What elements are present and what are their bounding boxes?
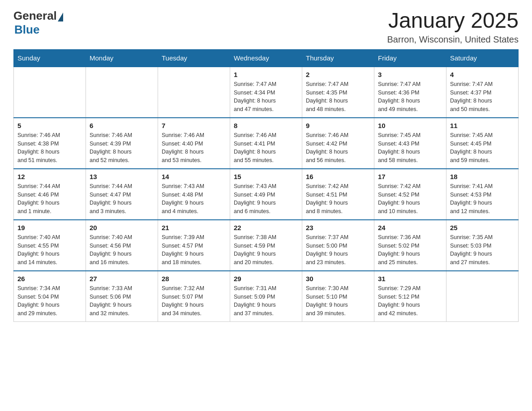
day-number: 26 <box>17 275 82 283</box>
calendar-cell: 24Sunrise: 7:36 AM Sunset: 5:02 PM Dayli… <box>374 220 446 271</box>
day-number: 28 <box>162 275 226 283</box>
day-number: 18 <box>450 173 515 180</box>
calendar-cell: 18Sunrise: 7:41 AM Sunset: 4:53 PM Dayli… <box>446 169 519 220</box>
calendar-cell: 12Sunrise: 7:44 AM Sunset: 4:46 PM Dayli… <box>14 169 86 220</box>
page-header: General Blue January 2025 Barron, Wiscon… <box>13 9 519 45</box>
day-info: Sunrise: 7:42 AM Sunset: 4:51 PM Dayligh… <box>306 182 370 216</box>
calendar-cell: 14Sunrise: 7:43 AM Sunset: 4:48 PM Dayli… <box>158 169 230 220</box>
day-number: 7 <box>162 122 226 129</box>
calendar-cell: 11Sunrise: 7:45 AM Sunset: 4:45 PM Dayli… <box>446 118 519 169</box>
calendar-cell: 17Sunrise: 7:42 AM Sunset: 4:52 PM Dayli… <box>374 169 446 220</box>
calendar-cell: 7Sunrise: 7:46 AM Sunset: 4:40 PM Daylig… <box>158 118 230 169</box>
location-subtitle: Barron, Wisconsin, United States <box>387 34 519 45</box>
day-info: Sunrise: 7:40 AM Sunset: 4:55 PM Dayligh… <box>17 233 82 267</box>
calendar-cell: 30Sunrise: 7:30 AM Sunset: 5:10 PM Dayli… <box>302 271 374 322</box>
weekday-header-sunday: Sunday <box>14 49 86 67</box>
calendar-table: SundayMondayTuesdayWednesdayThursdayFrid… <box>13 49 519 322</box>
calendar-cell: 29Sunrise: 7:31 AM Sunset: 5:09 PM Dayli… <box>230 271 302 322</box>
week-row-2: 5Sunrise: 7:46 AM Sunset: 4:38 PM Daylig… <box>14 118 519 169</box>
calendar-cell: 3Sunrise: 7:47 AM Sunset: 4:36 PM Daylig… <box>374 67 446 118</box>
calendar-cell: 31Sunrise: 7:29 AM Sunset: 5:12 PM Dayli… <box>374 271 446 322</box>
day-info: Sunrise: 7:46 AM Sunset: 4:41 PM Dayligh… <box>234 131 298 165</box>
day-info: Sunrise: 7:44 AM Sunset: 4:47 PM Dayligh… <box>90 182 154 216</box>
day-number: 5 <box>17 122 82 129</box>
calendar-cell <box>86 67 158 118</box>
calendar-cell <box>158 67 230 118</box>
week-row-5: 26Sunrise: 7:34 AM Sunset: 5:04 PM Dayli… <box>14 271 519 322</box>
week-row-4: 19Sunrise: 7:40 AM Sunset: 4:55 PM Dayli… <box>14 220 519 271</box>
calendar-cell: 23Sunrise: 7:37 AM Sunset: 5:00 PM Dayli… <box>302 220 374 271</box>
day-number: 1 <box>234 71 298 78</box>
calendar-cell: 10Sunrise: 7:45 AM Sunset: 4:43 PM Dayli… <box>374 118 446 169</box>
weekday-header-thursday: Thursday <box>302 49 374 67</box>
weekday-header-tuesday: Tuesday <box>158 49 230 67</box>
day-number: 6 <box>90 122 154 129</box>
logo: General Blue <box>13 9 63 37</box>
calendar-cell: 16Sunrise: 7:42 AM Sunset: 4:51 PM Dayli… <box>302 169 374 220</box>
day-info: Sunrise: 7:36 AM Sunset: 5:02 PM Dayligh… <box>378 233 442 267</box>
calendar-cell: 22Sunrise: 7:38 AM Sunset: 4:59 PM Dayli… <box>230 220 302 271</box>
calendar-cell <box>446 271 519 322</box>
day-number: 24 <box>378 224 442 231</box>
day-info: Sunrise: 7:41 AM Sunset: 4:53 PM Dayligh… <box>450 182 515 216</box>
week-row-3: 12Sunrise: 7:44 AM Sunset: 4:46 PM Dayli… <box>14 169 519 220</box>
day-number: 20 <box>90 224 154 231</box>
calendar-cell: 4Sunrise: 7:47 AM Sunset: 4:37 PM Daylig… <box>446 67 519 118</box>
calendar-cell: 13Sunrise: 7:44 AM Sunset: 4:47 PM Dayli… <box>86 169 158 220</box>
calendar-cell: 15Sunrise: 7:43 AM Sunset: 4:49 PM Dayli… <box>230 169 302 220</box>
calendar-cell: 9Sunrise: 7:46 AM Sunset: 4:42 PM Daylig… <box>302 118 374 169</box>
day-number: 4 <box>450 71 515 78</box>
day-number: 17 <box>378 173 442 180</box>
day-info: Sunrise: 7:46 AM Sunset: 4:40 PM Dayligh… <box>162 131 226 165</box>
weekday-header-friday: Friday <box>374 49 446 67</box>
day-number: 25 <box>450 224 515 231</box>
day-number: 19 <box>17 224 82 231</box>
calendar-cell: 21Sunrise: 7:39 AM Sunset: 4:57 PM Dayli… <box>158 220 230 271</box>
calendar-cell: 1Sunrise: 7:47 AM Sunset: 4:34 PM Daylig… <box>230 67 302 118</box>
day-number: 16 <box>306 173 370 180</box>
day-number: 11 <box>450 122 515 129</box>
day-info: Sunrise: 7:47 AM Sunset: 4:34 PM Dayligh… <box>234 80 298 114</box>
day-number: 27 <box>90 275 154 283</box>
calendar-cell: 26Sunrise: 7:34 AM Sunset: 5:04 PM Dayli… <box>14 271 86 322</box>
day-info: Sunrise: 7:45 AM Sunset: 4:43 PM Dayligh… <box>378 131 442 165</box>
logo-blue-text: Blue <box>14 23 39 37</box>
calendar-cell: 27Sunrise: 7:33 AM Sunset: 5:06 PM Dayli… <box>86 271 158 322</box>
day-info: Sunrise: 7:37 AM Sunset: 5:00 PM Dayligh… <box>306 233 370 267</box>
day-number: 23 <box>306 224 370 231</box>
weekday-header-monday: Monday <box>86 49 158 67</box>
weekday-header-row: SundayMondayTuesdayWednesdayThursdayFrid… <box>14 49 519 67</box>
day-info: Sunrise: 7:47 AM Sunset: 4:36 PM Dayligh… <box>378 80 442 114</box>
logo-general-text: General <box>13 9 57 23</box>
day-number: 21 <box>162 224 226 231</box>
week-row-1: 1Sunrise: 7:47 AM Sunset: 4:34 PM Daylig… <box>14 67 519 118</box>
day-info: Sunrise: 7:39 AM Sunset: 4:57 PM Dayligh… <box>162 233 226 267</box>
day-info: Sunrise: 7:34 AM Sunset: 5:04 PM Dayligh… <box>17 284 82 318</box>
calendar-cell: 25Sunrise: 7:35 AM Sunset: 5:03 PM Dayli… <box>446 220 519 271</box>
day-number: 3 <box>378 71 442 78</box>
day-info: Sunrise: 7:44 AM Sunset: 4:46 PM Dayligh… <box>17 182 82 216</box>
day-number: 14 <box>162 173 226 180</box>
day-info: Sunrise: 7:42 AM Sunset: 4:52 PM Dayligh… <box>378 182 442 216</box>
title-section: January 2025 Barron, Wisconsin, United S… <box>387 9 519 45</box>
day-info: Sunrise: 7:32 AM Sunset: 5:07 PM Dayligh… <box>162 284 226 318</box>
day-info: Sunrise: 7:47 AM Sunset: 4:35 PM Dayligh… <box>306 80 370 114</box>
calendar-cell: 19Sunrise: 7:40 AM Sunset: 4:55 PM Dayli… <box>14 220 86 271</box>
day-number: 12 <box>17 173 82 180</box>
day-number: 2 <box>306 71 370 78</box>
day-info: Sunrise: 7:33 AM Sunset: 5:06 PM Dayligh… <box>90 284 154 318</box>
day-info: Sunrise: 7:30 AM Sunset: 5:10 PM Dayligh… <box>306 284 370 318</box>
calendar-cell: 2Sunrise: 7:47 AM Sunset: 4:35 PM Daylig… <box>302 67 374 118</box>
day-info: Sunrise: 7:29 AM Sunset: 5:12 PM Dayligh… <box>378 284 442 318</box>
calendar-cell: 20Sunrise: 7:40 AM Sunset: 4:56 PM Dayli… <box>86 220 158 271</box>
calendar-cell: 8Sunrise: 7:46 AM Sunset: 4:41 PM Daylig… <box>230 118 302 169</box>
calendar-cell: 5Sunrise: 7:46 AM Sunset: 4:38 PM Daylig… <box>14 118 86 169</box>
day-number: 13 <box>90 173 154 180</box>
day-number: 15 <box>234 173 298 180</box>
day-info: Sunrise: 7:43 AM Sunset: 4:49 PM Dayligh… <box>234 182 298 216</box>
day-number: 10 <box>378 122 442 129</box>
calendar-cell <box>14 67 86 118</box>
day-number: 8 <box>234 122 298 129</box>
day-number: 9 <box>306 122 370 129</box>
day-info: Sunrise: 7:46 AM Sunset: 4:38 PM Dayligh… <box>17 131 82 165</box>
